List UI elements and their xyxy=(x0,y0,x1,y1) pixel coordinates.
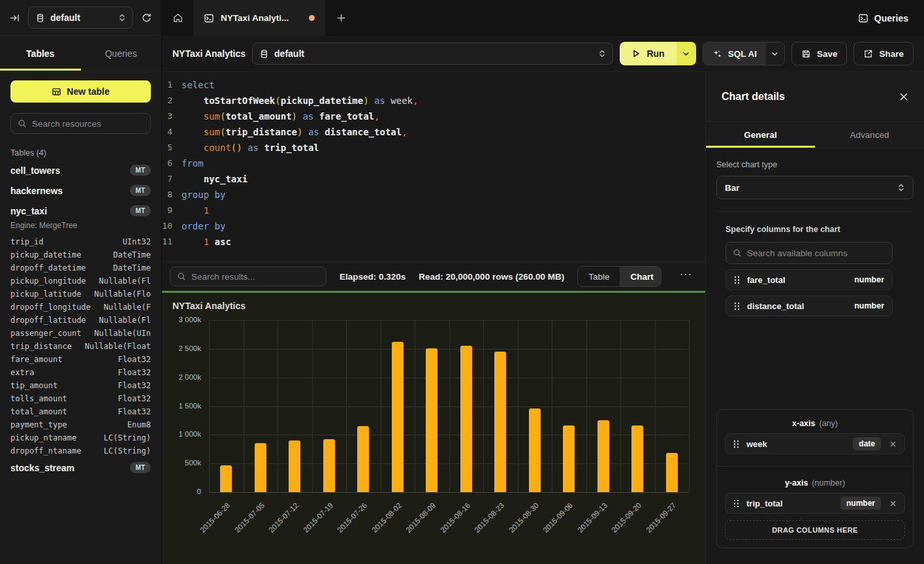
results-more-button[interactable]: ··· xyxy=(675,269,697,284)
column-type: Nullable(F xyxy=(104,301,151,314)
gridline-v xyxy=(620,320,621,492)
home-button[interactable] xyxy=(162,0,193,36)
gridline-v xyxy=(655,320,656,492)
plus-icon xyxy=(336,13,346,23)
run-options-button[interactable] xyxy=(677,42,696,65)
line-number: 4 xyxy=(162,124,182,140)
sql-editor[interactable]: 1select2toStartOfWeek(pickup_datetime) a… xyxy=(162,72,705,261)
columns-search[interactable] xyxy=(725,242,893,264)
remove-chip-button[interactable] xyxy=(889,500,897,507)
chart-details-tabs: General Advanced xyxy=(706,122,924,148)
sidebar-tab-queries[interactable]: Queries xyxy=(81,36,162,71)
bar-2015-08-09[interactable] xyxy=(426,348,438,492)
chart-type-select[interactable]: Bar xyxy=(716,176,914,199)
chart-details-panel: Chart details General Advanced Select ch… xyxy=(705,72,924,564)
column-name: trip_distance xyxy=(10,340,72,353)
sidebar-search[interactable] xyxy=(10,113,151,134)
tab-advanced[interactable]: Advanced xyxy=(815,122,924,148)
editor-line: 1select xyxy=(162,77,705,93)
code-text: 1 asc xyxy=(182,234,231,250)
column-row: pickup_datetimeDateTime xyxy=(10,248,151,261)
bar-2015-08-02[interactable] xyxy=(392,342,404,492)
play-icon xyxy=(631,49,641,58)
axis-separator xyxy=(717,466,913,467)
elapsed-time: Elapsed: 0.320s xyxy=(340,272,406,282)
search-icon xyxy=(18,119,27,128)
bar-2015-08-30[interactable] xyxy=(529,408,541,492)
new-table-button[interactable]: New table xyxy=(10,80,151,103)
drag-columns-drop-zone[interactable]: DRAG COLUMNS HERE xyxy=(725,520,905,540)
bar-2015-08-16[interactable] xyxy=(460,346,472,492)
toolbar-database-selector[interactable]: default xyxy=(252,42,613,65)
axis-chip-trip_total[interactable]: trip_totalnumber xyxy=(725,493,905,514)
sql-ai-options-button[interactable] xyxy=(766,42,784,65)
axis-chip-week[interactable]: weekdate xyxy=(725,433,905,454)
bar-2015-06-28[interactable] xyxy=(220,465,232,492)
table-item-stocks_stream[interactable]: stocks_streamMT xyxy=(10,457,151,478)
tables-section-title: Tables (4) xyxy=(10,148,151,158)
results-search-input[interactable] xyxy=(191,272,319,282)
gridline-v xyxy=(483,320,484,492)
column-row: payment_typeEnum8 xyxy=(10,418,151,431)
unsaved-changes-dot xyxy=(309,15,315,21)
bar-2015-07-05[interactable] xyxy=(255,443,266,492)
close-panel-button[interactable] xyxy=(899,92,908,101)
tab-advanced-label: Advanced xyxy=(850,130,889,140)
column-name: pickup_latitude xyxy=(10,288,81,301)
home-icon xyxy=(172,12,183,24)
table-item-nyc_taxi[interactable]: nyc_taxiMT xyxy=(10,201,151,221)
line-number: 10 xyxy=(162,218,182,234)
bar-2015-07-12[interactable] xyxy=(289,440,300,492)
close-icon xyxy=(889,440,897,448)
bar-2015-09-20[interactable] xyxy=(631,425,643,492)
code-text: toStartOfWeek(pickup_datetime) as week, xyxy=(182,93,418,108)
remove-chip-button[interactable] xyxy=(889,440,897,448)
y-axis-tick-label: 0 xyxy=(162,488,201,495)
drag-handle-icon xyxy=(733,440,739,448)
x-axis-title-text: x-axis xyxy=(792,419,815,428)
code-text: 1 xyxy=(182,203,209,218)
queries-button[interactable]: Queries xyxy=(842,0,924,36)
table-item-hackernews[interactable]: hackernewsMT xyxy=(10,180,151,201)
columns-search-input[interactable] xyxy=(747,248,885,258)
column-type: Float32 xyxy=(118,379,151,392)
bar-2015-09-06[interactable] xyxy=(563,425,575,492)
sql-ai-button-group: SQL AI xyxy=(703,42,785,65)
search-icon xyxy=(177,272,186,281)
column-name: pickup_ntaname xyxy=(10,431,76,444)
sidebar-search-input[interactable] xyxy=(32,119,144,129)
bar-2015-07-26[interactable] xyxy=(357,426,369,492)
chart-title: NYTaxi Analytics xyxy=(172,301,246,311)
bar-2015-07-19[interactable] xyxy=(323,439,335,492)
share-button[interactable]: Share xyxy=(853,42,914,65)
database-selector[interactable]: default xyxy=(28,7,133,29)
view-toggle-chart[interactable]: Chart xyxy=(620,267,661,286)
new-tab-button[interactable] xyxy=(325,0,357,36)
gridline-v xyxy=(346,320,347,492)
column-type: Nullable(Fl xyxy=(99,274,151,288)
y-axis-tick-label: 500k xyxy=(162,459,201,467)
database-icon xyxy=(259,49,269,59)
column-type: Float32 xyxy=(118,366,151,379)
run-button[interactable]: Run xyxy=(620,42,676,65)
column-chip-fare_total[interactable]: fare_totalnumber xyxy=(725,269,893,290)
save-button[interactable]: Save xyxy=(791,42,848,65)
gridline-v xyxy=(415,320,415,492)
line-number: 9 xyxy=(162,203,182,218)
results-search[interactable] xyxy=(170,267,327,286)
refresh-button[interactable] xyxy=(141,12,152,24)
bar-2015-08-23[interactable] xyxy=(494,352,506,492)
query-tab-nytaxi-analytics[interactable]: NYTaxi Analyti... xyxy=(193,0,325,36)
table-item-cell_towers[interactable]: cell_towersMT xyxy=(10,160,151,180)
bar-2015-09-13[interactable] xyxy=(597,420,609,493)
sidebar-tab-tables[interactable]: Tables xyxy=(0,36,81,71)
view-toggle-table[interactable]: Table xyxy=(578,267,620,286)
chevron-down-icon xyxy=(771,50,778,58)
collapse-sidebar-button[interactable] xyxy=(9,12,20,24)
bar-2015-09-27[interactable] xyxy=(666,453,678,492)
gridline-v xyxy=(586,320,587,492)
column-chip-distance_total[interactable]: distance_totalnumber xyxy=(725,295,893,316)
tab-general[interactable]: General xyxy=(706,122,815,148)
sql-ai-button[interactable]: SQL AI xyxy=(703,42,766,65)
collapse-sidebar-icon xyxy=(9,12,20,24)
